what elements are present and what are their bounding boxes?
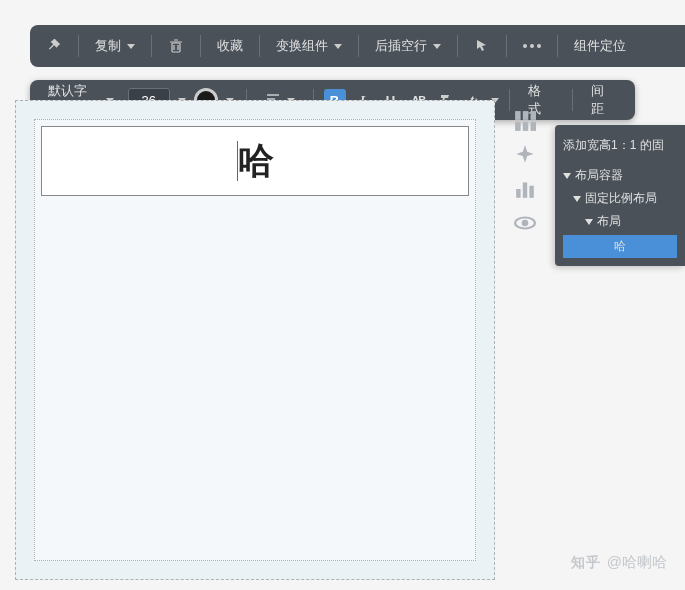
svg-rect-4 bbox=[515, 122, 521, 131]
svg-rect-9 bbox=[529, 186, 533, 198]
zhihu-logo: 知乎 bbox=[571, 554, 601, 572]
pointer-button[interactable] bbox=[466, 34, 498, 58]
grid-icon[interactable] bbox=[514, 110, 536, 132]
transform-button[interactable]: 变换组件 bbox=[268, 33, 350, 59]
spacing-label: 间距 bbox=[591, 82, 617, 118]
svg-rect-5 bbox=[523, 122, 529, 131]
watermark: 知乎 @哈喇哈 bbox=[571, 553, 667, 572]
side-icon-bar bbox=[505, 100, 545, 234]
tree-fixed-ratio[interactable]: 固定比例布局 bbox=[563, 187, 677, 210]
insert-blank-label: 后插空行 bbox=[375, 37, 427, 55]
tree-layout[interactable]: 布局 bbox=[563, 210, 677, 233]
hierarchy-panel: 添加宽高1：1 的固 布局容器 固定比例布局 布局 哈 bbox=[555, 125, 685, 266]
tree-layout-container[interactable]: 布局容器 bbox=[563, 164, 677, 187]
component-position-button[interactable]: 组件定位 bbox=[566, 33, 634, 59]
panel-title: 添加宽高1：1 的固 bbox=[563, 137, 677, 154]
svg-rect-0 bbox=[172, 43, 180, 52]
chevron-down-icon bbox=[433, 44, 441, 49]
chevron-down-icon bbox=[127, 44, 135, 49]
tree-label: 哈 bbox=[614, 239, 626, 253]
canvas-inner[interactable]: 哈 bbox=[34, 119, 476, 561]
copy-label: 复制 bbox=[95, 37, 121, 55]
more-dots-icon bbox=[523, 44, 541, 48]
spacing-button[interactable]: 间距 bbox=[583, 78, 625, 122]
delete-button[interactable] bbox=[160, 34, 192, 58]
triangle-down-icon bbox=[563, 173, 571, 179]
favorite-button[interactable]: 收藏 bbox=[209, 33, 251, 59]
tree-label: 布局 bbox=[597, 213, 621, 230]
svg-rect-8 bbox=[523, 182, 527, 197]
text-content: 哈 bbox=[238, 137, 274, 186]
svg-rect-7 bbox=[516, 189, 520, 198]
copy-button[interactable]: 复制 bbox=[87, 33, 143, 59]
triangle-down-icon bbox=[573, 196, 581, 202]
pin-button[interactable] bbox=[40, 35, 70, 57]
sparkle-icon[interactable] bbox=[514, 144, 536, 166]
canvas-area[interactable]: 哈 bbox=[15, 100, 495, 580]
more-button[interactable] bbox=[515, 40, 549, 52]
watermark-user: @哈喇哈 bbox=[607, 553, 667, 572]
transform-label: 变换组件 bbox=[276, 37, 328, 55]
tree-selected-item[interactable]: 哈 bbox=[563, 235, 677, 258]
svg-rect-3 bbox=[531, 111, 537, 120]
tree-label: 布局容器 bbox=[575, 167, 623, 184]
component-position-label: 组件定位 bbox=[574, 37, 626, 55]
svg-rect-1 bbox=[515, 111, 521, 120]
svg-rect-2 bbox=[523, 111, 529, 120]
text-block[interactable]: 哈 bbox=[41, 126, 469, 196]
chevron-down-icon bbox=[334, 44, 342, 49]
favorite-label: 收藏 bbox=[217, 37, 243, 55]
main-toolbar: 复制 收藏 变换组件 后插空行 组件定位 bbox=[30, 25, 685, 67]
svg-point-11 bbox=[522, 220, 529, 227]
chart-icon[interactable] bbox=[514, 178, 536, 200]
tree-label: 固定比例布局 bbox=[585, 190, 657, 207]
insert-blank-button[interactable]: 后插空行 bbox=[367, 33, 449, 59]
eye-icon[interactable] bbox=[514, 212, 536, 234]
svg-rect-6 bbox=[531, 122, 537, 131]
triangle-down-icon bbox=[585, 219, 593, 225]
